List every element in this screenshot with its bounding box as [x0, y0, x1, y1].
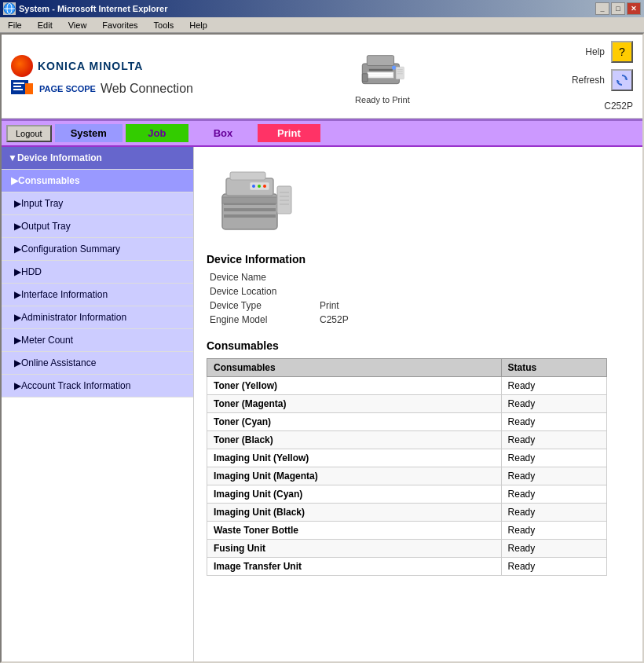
- table-row: Toner (Magenta)Ready: [207, 395, 607, 413]
- svg-rect-37: [230, 172, 265, 180]
- help-label: Help: [585, 46, 605, 57]
- consumable-name: Image Transfer Unit: [207, 558, 502, 576]
- engine-model-row: Engine Model C252P: [207, 313, 630, 327]
- table-row: Waste Toner BottleReady: [207, 522, 607, 540]
- tab-job[interactable]: Job: [126, 124, 188, 142]
- sidebar-item-device-information[interactable]: ▼Device Information: [2, 147, 193, 170]
- pagescope-text: PAGE SCOPE: [39, 84, 96, 93]
- consumable-status: Ready: [501, 558, 606, 576]
- device-info-title: Device Information: [207, 253, 630, 266]
- menu-help[interactable]: Help: [185, 19, 212, 31]
- svg-rect-7: [25, 83, 33, 94]
- sidebar-item-consumables[interactable]: ▶Consumables: [2, 170, 193, 192]
- konica-logo: KONICA MINOLTA: [11, 55, 193, 77]
- refresh-button[interactable]: [611, 69, 633, 91]
- table-row: Imaging Unit (Cyan)Ready: [207, 485, 607, 504]
- consumables-table: Consumables Status Toner (Yellow)ReadyTo…: [207, 358, 607, 576]
- consumable-name: Imaging Unit (Cyan): [207, 485, 502, 504]
- table-row: Imaging Unit (Black)Ready: [207, 504, 607, 522]
- table-row: Toner (Yellow)Ready: [207, 377, 607, 395]
- consumable-status: Ready: [501, 485, 606, 504]
- table-row: Toner (Cyan)Ready: [207, 413, 607, 431]
- consumable-status: Ready: [501, 431, 606, 449]
- sidebar-item-input-tray[interactable]: ▶Input Tray: [2, 192, 193, 215]
- svg-rect-6: [13, 89, 23, 90]
- menu-file[interactable]: File: [3, 19, 27, 31]
- svg-rect-10: [369, 68, 393, 71]
- consumable-name: Imaging Unit (Yellow): [207, 449, 502, 467]
- pagescope-logo: PAGE SCOPE Web Connection: [11, 80, 193, 97]
- menubar: File Edit View Favorites Tools Help: [0, 17, 644, 33]
- content-area: Device Information Device Name Device Lo…: [194, 147, 642, 661]
- consumable-status: Ready: [501, 467, 606, 485]
- consumable-name: Waste Toner Bottle: [207, 522, 502, 540]
- help-action[interactable]: Help ?: [585, 41, 633, 63]
- printer-icon: [359, 49, 406, 92]
- device-info-table: Device Name Device Location Device Type …: [207, 270, 630, 327]
- consumable-status: Ready: [501, 522, 606, 540]
- menu-edit[interactable]: Edit: [33, 19, 57, 31]
- tab-system[interactable]: System: [55, 124, 123, 142]
- sidebar-item-administrator-information[interactable]: ▶Administrator Information: [2, 306, 193, 329]
- web-connection-text: Web Connection: [101, 82, 193, 96]
- pagescope-icon: [11, 80, 35, 97]
- consumable-status: Ready: [501, 540, 606, 558]
- svg-rect-4: [13, 82, 24, 84]
- refresh-action[interactable]: Refresh: [572, 69, 633, 91]
- col-header-consumables: Consumables: [207, 359, 502, 377]
- engine-model-label: Engine Model: [210, 314, 320, 325]
- table-row: Image Transfer UnitReady: [207, 558, 607, 576]
- sidebar-item-output-tray[interactable]: ▶Output Tray: [2, 215, 193, 238]
- tab-print[interactable]: Print: [258, 124, 320, 142]
- sidebar-item-meter-count[interactable]: ▶Meter Count: [2, 329, 193, 352]
- table-row: Imaging Unit (Magenta)Ready: [207, 467, 607, 485]
- consumable-status: Ready: [501, 395, 606, 413]
- svg-point-14: [392, 65, 396, 69]
- header-actions: Help ? Refresh C252P: [572, 41, 633, 112]
- close-button[interactable]: ✕: [627, 2, 641, 15]
- main-content: ▼Device Information ▶Consumables ▶Input …: [2, 147, 642, 661]
- table-row: Fusing UnitReady: [207, 540, 607, 558]
- table-row: Toner (Black)Ready: [207, 431, 607, 449]
- tab-box[interactable]: Box: [192, 124, 254, 142]
- consumable-name: Toner (Cyan): [207, 413, 502, 431]
- menu-favorites[interactable]: Favorites: [97, 19, 142, 31]
- konica-circle-icon: [11, 55, 33, 77]
- consumable-status: Ready: [501, 504, 606, 522]
- window-controls[interactable]: _ □ ✕: [595, 2, 641, 15]
- sidebar-item-interface-information[interactable]: ▶Interface Information: [2, 284, 193, 306]
- consumable-status: Ready: [501, 449, 606, 467]
- refresh-label: Refresh: [572, 75, 605, 86]
- device-name-row: Device Name: [207, 270, 630, 284]
- sidebar-item-configuration-summary[interactable]: ▶Configuration Summary: [2, 238, 193, 261]
- model-label: C252P: [604, 101, 633, 112]
- device-name-label: Device Name: [210, 272, 320, 283]
- svg-rect-26: [224, 214, 276, 218]
- menu-view[interactable]: View: [64, 19, 92, 31]
- col-header-status: Status: [501, 359, 606, 377]
- maximize-button[interactable]: □: [611, 2, 625, 15]
- window-title: System - Microsoft Internet Explorer: [19, 4, 168, 13]
- sidebar: ▼Device Information ▶Consumables ▶Input …: [2, 147, 194, 661]
- device-info-section: Device Information Device Name Device Lo…: [207, 253, 630, 327]
- logout-button[interactable]: Logout: [6, 125, 52, 142]
- consumable-name: Toner (Yellow): [207, 377, 502, 395]
- sidebar-item-account-track[interactable]: ▶Account Track Information: [2, 375, 193, 397]
- nav-bar: Logout System Job Box Print: [2, 121, 642, 147]
- svg-rect-15: [362, 73, 368, 81]
- sidebar-item-hdd[interactable]: ▶HDD: [2, 261, 193, 284]
- svg-rect-16: [396, 67, 404, 79]
- minimize-button[interactable]: _: [595, 2, 609, 15]
- device-svg: [207, 155, 301, 241]
- consumables-section: Consumables Consumables Status Toner (Ye…: [207, 339, 630, 576]
- sidebar-item-online-assistance[interactable]: ▶Online Assistance: [2, 352, 193, 375]
- consumable-name: Imaging Unit (Magenta): [207, 467, 502, 485]
- help-button[interactable]: ?: [611, 41, 633, 63]
- svg-point-36: [263, 185, 266, 188]
- consumable-name: Toner (Magenta): [207, 395, 502, 413]
- consumable-status: Ready: [501, 413, 606, 431]
- device-type-value: Print: [320, 300, 339, 311]
- svg-point-35: [258, 185, 261, 188]
- menu-tools[interactable]: Tools: [149, 19, 179, 31]
- svg-rect-28: [277, 186, 291, 214]
